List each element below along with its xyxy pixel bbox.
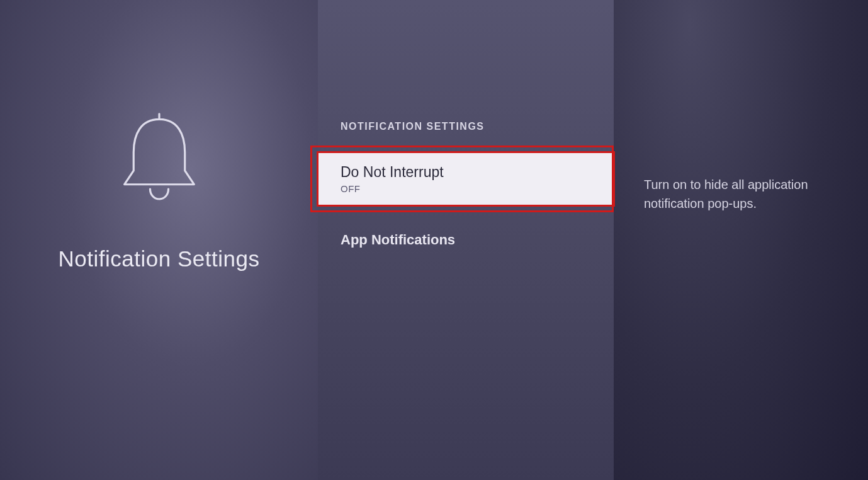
menu-item-app-notifications[interactable]: App Notifications — [318, 223, 614, 257]
menu-item-status: OFF — [341, 183, 591, 194]
section-header: NOTIFICATION SETTINGS — [318, 121, 614, 132]
item-description: Turn on to hide all application notifica… — [644, 175, 843, 213]
description-panel: Turn on to hide all application notifica… — [614, 0, 868, 480]
menu-item-title: Do Not Interrupt — [341, 164, 591, 181]
menu-item-do-not-interrupt[interactable]: Do Not Interrupt OFF — [318, 152, 614, 205]
bell-icon — [112, 108, 206, 212]
page-title: Notification Settings — [59, 246, 260, 271]
left-panel: Notification Settings — [0, 0, 318, 480]
menu-item-title: App Notifications — [341, 232, 591, 248]
settings-list-panel: NOTIFICATION SETTINGS Do Not Interrupt O… — [318, 0, 614, 480]
